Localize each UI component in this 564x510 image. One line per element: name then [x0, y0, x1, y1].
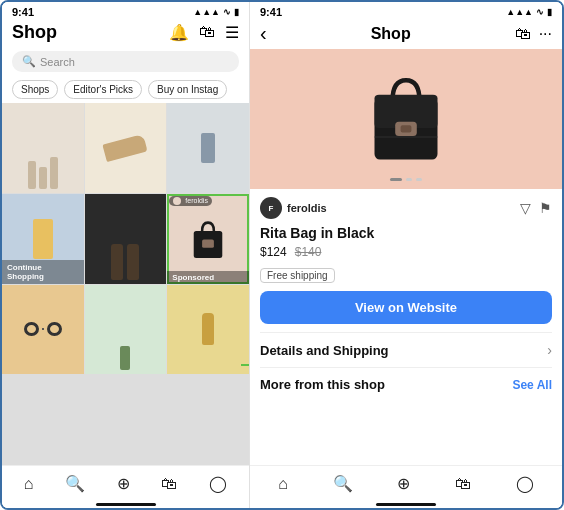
details-label: Details and Shipping [260, 343, 389, 358]
grid-cell-woman[interactable]: Continue Shopping [2, 194, 84, 284]
bell-icon[interactable]: 🔔 [169, 23, 189, 42]
details-and-shipping-row[interactable]: Details and Shipping › [260, 332, 552, 367]
grid-cell-spray[interactable] [85, 194, 167, 284]
shipping-badge: Free shipping [260, 268, 335, 283]
right-status-icons: ▲▲▲ ∿ ▮ [506, 7, 552, 17]
product-bag-image [361, 69, 451, 169]
r-nav-profile[interactable]: ◯ [516, 474, 534, 493]
see-all-link[interactable]: See All [512, 378, 552, 392]
price-original: $140 [295, 245, 322, 259]
left-page-title: Shop [12, 22, 57, 43]
details-chevron-icon: › [547, 342, 552, 358]
grid-cell-sunglasses[interactable] [2, 285, 84, 375]
r-nav-shop[interactable]: 🛍 [455, 475, 471, 493]
grid-cell-candles[interactable] [2, 103, 84, 193]
svg-rect-1 [202, 239, 214, 247]
price-current: $124 [260, 245, 287, 259]
left-panel: 9:41 ▲▲▲ ∿ ▮ Shop 🔔 🛍 ☰ 🔍 Search Shops E… [2, 2, 250, 508]
seller-name[interactable]: feroldis [287, 202, 327, 214]
right-header: ‹ Shop 🛍 ··· [250, 20, 562, 49]
nav-home[interactable]: ⌂ [24, 475, 34, 493]
r-nav-search[interactable]: 🔍 [333, 474, 353, 493]
bag-thumbnail [187, 215, 229, 263]
grid-cell-faucet[interactable] [167, 103, 249, 193]
seller-overlay-name: feroldis [185, 197, 208, 204]
left-bottom-nav: ⌂ 🔍 ⊕ 🛍 ◯ [2, 465, 249, 503]
tab-buy-on-instagram[interactable]: Buy on Instag [148, 80, 227, 99]
r-signal-icon: ▲▲▲ [506, 7, 533, 17]
right-status-bar: 9:41 ▲▲▲ ∿ ▮ [250, 2, 562, 20]
price-row: $124 $140 [260, 245, 552, 259]
right-home-indicator [376, 503, 436, 506]
right-bottom-nav: ⌂ 🔍 ⊕ 🛍 ◯ [250, 465, 562, 503]
r-nav-home[interactable]: ⌂ [278, 475, 288, 493]
filter-icon[interactable]: ▽ [520, 200, 531, 216]
nav-camera[interactable]: ⊕ [117, 474, 130, 493]
back-button[interactable]: ‹ [260, 22, 267, 45]
wifi-icon: ∿ [223, 7, 231, 17]
search-icon: 🔍 [22, 55, 36, 68]
menu-icon[interactable]: ☰ [225, 23, 239, 42]
grid-cell-bottle[interactable] [167, 285, 249, 375]
more-from-shop-row: More from this shop See All [260, 367, 552, 401]
seller-row: F feroldis ▽ ⚑ [260, 197, 552, 219]
search-placeholder: Search [40, 56, 75, 68]
seller-overlay: feroldis [169, 196, 212, 206]
r-nav-camera[interactable]: ⊕ [397, 474, 410, 493]
product-grid: Continue Shopping [2, 103, 249, 465]
more-label: More from this shop [260, 377, 385, 392]
tabs-row: Shops Editor's Picks Buy on Instag [2, 76, 249, 103]
r-more-icon[interactable]: ··· [539, 25, 552, 43]
continue-shopping-label: Continue Shopping [2, 260, 84, 284]
battery-icon: ▮ [234, 7, 239, 17]
seller-info: F feroldis [260, 197, 327, 219]
r-battery-icon: ▮ [547, 7, 552, 17]
bookmark-icon[interactable]: ⚑ [539, 200, 552, 216]
left-status-icons: ▲▲▲ ∿ ▮ [193, 7, 239, 17]
right-time: 9:41 [260, 6, 282, 18]
search-bar[interactable]: 🔍 Search [12, 51, 239, 72]
product-image-area [250, 49, 562, 189]
nav-profile[interactable]: ◯ [209, 474, 227, 493]
r-wifi-icon: ∿ [536, 7, 544, 17]
grid-cell-bag-highlighted[interactable]: feroldis Sponsored [167, 194, 249, 284]
svg-rect-6 [401, 125, 412, 132]
tab-editors-picks[interactable]: Editor's Picks [64, 80, 142, 99]
view-on-website-button[interactable]: View on Website [260, 291, 552, 324]
seller-actions: ▽ ⚑ [520, 200, 552, 216]
sponsored-label: Sponsored [167, 271, 249, 284]
product-arrow [241, 357, 250, 373]
bag-icon[interactable]: 🛍 [199, 23, 215, 42]
r-bag-icon[interactable]: 🛍 [515, 25, 531, 43]
right-page-title: Shop [267, 25, 515, 43]
seller-avatar: F [260, 197, 282, 219]
left-home-indicator [96, 503, 156, 506]
nav-search[interactable]: 🔍 [65, 474, 85, 493]
seller-avatar-letter: F [269, 204, 274, 213]
right-panel: 9:41 ▲▲▲ ∿ ▮ ‹ Shop 🛍 ··· [250, 2, 562, 508]
nav-shop[interactable]: 🛍 [161, 475, 177, 493]
left-time: 9:41 [12, 6, 34, 18]
tab-shops[interactable]: Shops [12, 80, 58, 99]
product-info: F feroldis ▽ ⚑ Rita Bag in Black $124 $1… [250, 189, 562, 465]
left-status-bar: 9:41 ▲▲▲ ∿ ▮ [2, 2, 249, 20]
signal-icon: ▲▲▲ [193, 7, 220, 17]
right-header-icons: 🛍 ··· [515, 25, 552, 43]
grid-cell-plant[interactable] [85, 285, 167, 375]
grid-cell-shoes[interactable] [85, 103, 167, 193]
left-header-icons: 🔔 🛍 ☰ [169, 23, 239, 42]
left-header: Shop 🔔 🛍 ☰ [2, 20, 249, 47]
product-title: Rita Bag in Black [260, 225, 552, 241]
image-dots [250, 178, 562, 181]
